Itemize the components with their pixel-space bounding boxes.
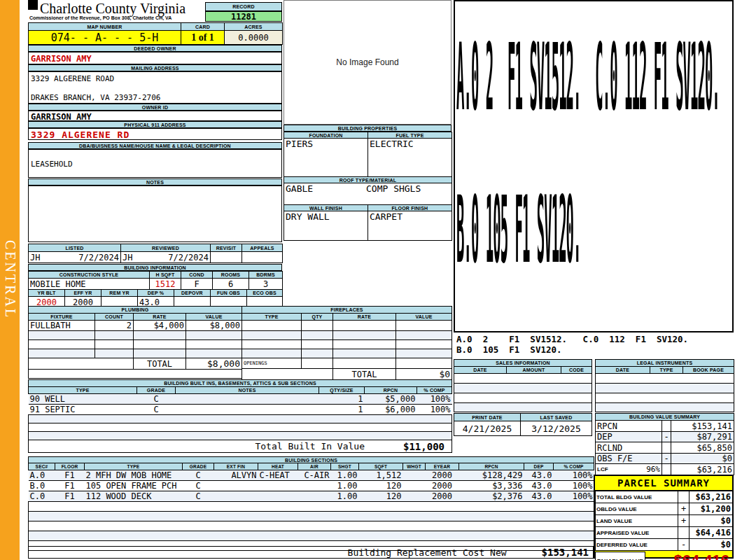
bs-sec: B.0 [29, 481, 55, 491]
sales-h-amount: AMOUNT [507, 367, 561, 374]
vs-sign [662, 421, 671, 432]
empty-row [454, 384, 592, 393]
cond-label: COND [181, 272, 213, 279]
value-summary-title: BUILDING VALUE SUMMARY [596, 414, 734, 421]
sales-title: SALES INFORMATION [454, 360, 592, 367]
vs-label: DEP [596, 432, 662, 442]
empty-row [29, 340, 242, 349]
notes-label: NOTES [28, 178, 282, 186]
taxable-value-amount: $64,416 [645, 552, 732, 560]
region-sidebar: CENTRAL [0, 0, 20, 560]
bi-notes [176, 394, 319, 405]
roof-label: ROOF TYPE/MATERIAL [284, 177, 452, 183]
bs-floor: F1 [55, 491, 85, 502]
bs-h-grade: GRADE [183, 463, 214, 470]
building-sections-title: BUILDING SECTIONS [29, 457, 594, 463]
empty-row [29, 349, 242, 358]
legal-table: LEGAL INSTRUMENTS DATE TYPE BOOK PAGE [595, 359, 734, 412]
built-ins-h-qty: QTY/SIZE [319, 387, 365, 394]
listed-cell: JH7/2/2024 [29, 252, 121, 263]
last-saved-value: 3/12/2025 [521, 421, 592, 436]
bi-notes [176, 405, 319, 415]
sketch-label-line2: B.0 105 F1 SV120. [456, 344, 562, 355]
vs-pct: 96% [646, 465, 660, 474]
corner-mark [28, 0, 38, 10]
legal-h-type: TYPE [650, 367, 683, 374]
ps-sign [678, 527, 690, 539]
roof-value-cell: GABLECOMP SHGLS [284, 183, 452, 205]
plumbing-title: PLUMBING [29, 307, 242, 314]
building-sections-table: BUILDING SECTIONS SEC# FLOOR TYPE GRADE … [28, 456, 594, 551]
ps-sign: - [678, 539, 690, 551]
print-info-table: PRINT DATE LAST SAVED 4/21/2025 3/12/202… [454, 413, 592, 436]
empty-row [29, 522, 594, 531]
bs-eyear: 2000 [426, 470, 459, 481]
vs-value: $153,141 [671, 421, 734, 432]
built-ins-h-rpcn: RPCN [365, 387, 417, 394]
bi-type: 90 WELL [29, 394, 137, 405]
remyr-label: REM YR [102, 290, 138, 297]
building-info-table-2: YR BLT EFF YR REM YR DEP % DEPOVR FUN OB… [28, 289, 283, 308]
bs-sec: C.0 [29, 491, 55, 502]
building-info-table-1: CONSTRUCTION STYLE H SQFT COND ROOMS BDR… [28, 271, 283, 290]
empty-row [454, 403, 592, 412]
roof-type-value: GABLE [286, 183, 366, 194]
mailing-address-label: MAILING ADDRESS [28, 64, 282, 71]
bi-type: 91 SEPTIC [29, 405, 137, 415]
ps-sign: + [678, 515, 690, 527]
bi-comp: 100% [417, 405, 452, 415]
reviewed-label: REVIEWED [121, 244, 211, 252]
region-label: CENTRAL [2, 240, 18, 319]
bs-shgt: 1.00 [331, 470, 359, 481]
bs-comp: 100% [554, 491, 594, 502]
bs-h-sec: SEC# [29, 463, 55, 470]
bs-grade: C [183, 491, 214, 502]
floor-value: CARPET [368, 211, 452, 241]
revisit-cell [211, 252, 242, 263]
bi-grade: C [137, 405, 176, 415]
parcel-row: APPRAISED VALUE $64,416 [596, 527, 733, 539]
empty-row [454, 393, 592, 403]
bs-h-heat: HEAT [258, 463, 298, 470]
bdrms-label: BDRMS [249, 272, 283, 279]
value-summary-row: RPCN $153,141 [596, 421, 734, 432]
value-summary-row: LCF96% $63,216 [596, 464, 734, 475]
mailing-line1: 3329 ALGERENE ROAD [29, 72, 281, 83]
bs-comp: 100% [554, 470, 594, 481]
bs-shgt: 1.00 [331, 491, 359, 502]
fuel-label: FUEL TYPE [368, 132, 452, 139]
built-ins-table: BUILDING BUILT INS, BASEMENTS, ATTICS & … [28, 379, 452, 453]
parcel-row: LAND VALUE + $0 [596, 515, 733, 527]
vs-sign: - [662, 454, 671, 464]
taxable-value-label: TAXABLE VALUE [595, 552, 645, 560]
record-label: RECORD [205, 2, 282, 11]
fuel-value: ELECTRIC [368, 139, 452, 177]
openings-row: OPENINGS [242, 358, 452, 369]
foundation-value: PIERS [284, 139, 368, 177]
fireplaces-h-qty: QTY [302, 314, 333, 321]
plumbing-h-rate: RATE [134, 314, 186, 321]
plumbing-h-fixture: FIXTURE [29, 314, 95, 321]
fireplaces-h-value: VALUE [396, 314, 452, 321]
map-number-label: MAP NUMBER [29, 23, 181, 31]
built-in-row: 91 SEPTIC C 1 $6,000 100% [29, 405, 452, 415]
deeded-owner-value: GARRISON AMY [28, 52, 282, 64]
parcel-summary-title: PARCEL SUMMARY [595, 476, 732, 491]
bdrms-value: 3 [249, 279, 283, 290]
floor-label: FLOOR FINISH [368, 205, 452, 211]
built-ins-total-label: Total Built In Value [255, 441, 365, 451]
empty-row [29, 331, 242, 340]
funobs-label: FUN OBS [211, 290, 247, 297]
depovr-label: DEPOVR [174, 290, 211, 297]
bs-whgt [403, 470, 426, 481]
dba-value: LEASEHOLD [29, 150, 281, 169]
ps-value: $63,216 [690, 491, 733, 503]
listed-label: LISTED [29, 244, 121, 252]
deeded-owner-label: DEEDED OWNER [28, 45, 282, 52]
bs-h-rpcn: RPCN [459, 463, 524, 470]
ps-label: APPRAISED VALUE [596, 527, 678, 539]
bi-rpcn: $6,000 [365, 405, 417, 415]
review-table: LISTED REVIEWED REVISIT APPEALS JH7/2/20… [28, 244, 283, 263]
roof-material-value: COMP SHGLS [366, 183, 421, 194]
map-number-table: MAP NUMBER CARD ACRES 074- - A- - - 5-H … [28, 22, 283, 45]
